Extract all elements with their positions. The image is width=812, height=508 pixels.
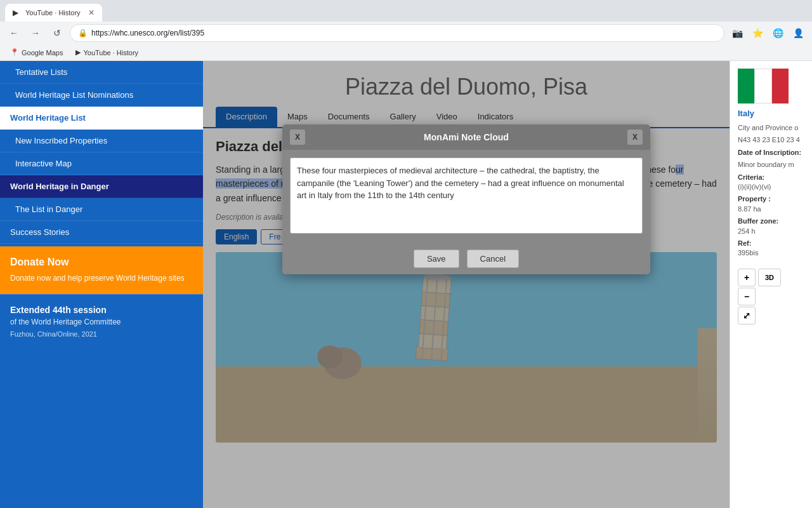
property-label: Property : bbox=[738, 194, 804, 204]
three-d-button[interactable]: 3D bbox=[758, 269, 781, 286]
bookmarks-bar: 📍 Google Maps ▶ YouTube · History bbox=[0, 44, 812, 61]
ref-value: 395bis bbox=[738, 249, 758, 257]
tab-favicon: ▶ bbox=[13, 8, 22, 17]
criteria-row: Criteria: (i)(ii)(iv)(vi) bbox=[738, 173, 804, 192]
expand-button[interactable]: ⤢ bbox=[738, 307, 756, 324]
sidebar-item-nominations[interactable]: World Heritage List Nominations bbox=[0, 84, 203, 107]
country-name[interactable]: Italy bbox=[738, 109, 804, 118]
modal-textarea[interactable] bbox=[290, 157, 643, 234]
modal-box: X MonAmi Note Cloud X Save Cancel bbox=[282, 124, 650, 274]
italy-flag bbox=[738, 69, 789, 104]
coordinates: N43 43 23 E10 23 4 bbox=[738, 135, 804, 145]
bookmark-youtube-label: YouTube · History bbox=[83, 49, 138, 57]
flag-green-stripe bbox=[738, 69, 754, 104]
extended-subtitle: of the World Heritage Committee bbox=[10, 318, 193, 326]
screenshot-button[interactable]: 📷 bbox=[728, 24, 746, 42]
modal-save-button[interactable]: Save bbox=[414, 250, 459, 268]
sidebar-item-new-inscribed[interactable]: New Inscribed Properties bbox=[0, 130, 203, 152]
criteria-label: Criteria: bbox=[738, 173, 804, 182]
url-text: https://whc.unesco.org/en/list/395 bbox=[91, 29, 716, 37]
maps-icon: 📍 bbox=[10, 48, 19, 57]
profile-button[interactable]: 👤 bbox=[789, 24, 807, 42]
extended-location: Fuzhou, China/Online, 2021 bbox=[10, 330, 193, 338]
sidebar-item-interactive-map[interactable]: Interactive Map bbox=[0, 152, 203, 175]
map-controls: + − ⤢ 3D bbox=[738, 269, 804, 324]
back-button[interactable]: ← bbox=[5, 24, 23, 42]
tab-title: YouTube · History bbox=[25, 9, 81, 17]
flag-red-stripe bbox=[772, 69, 789, 104]
criteria-values: (i)(ii)(iv)(vi) bbox=[738, 183, 771, 190]
modal-header: X MonAmi Note Cloud X bbox=[282, 124, 650, 150]
modal-close-right-button[interactable]: X bbox=[627, 130, 643, 145]
bookmark-maps-label: Google Maps bbox=[22, 49, 63, 57]
modal-cancel-button[interactable]: Cancel bbox=[467, 250, 519, 268]
sidebar: Tentative Lists World Heritage List Nomi… bbox=[0, 61, 203, 508]
modal-overlay: X MonAmi Note Cloud X Save Cancel bbox=[203, 61, 730, 508]
right-panel: Italy City and Province o N43 43 23 E10 … bbox=[730, 61, 812, 508]
minor-boundary: Minor boundary m bbox=[738, 160, 804, 170]
property-value: 8.87 ha bbox=[738, 205, 761, 213]
sidebar-item-world-heritage-list[interactable]: World Heritage List bbox=[0, 107, 203, 130]
modal-title: MonAmi Note Cloud bbox=[305, 132, 627, 142]
browser-chrome: ▶ YouTube · History ✕ ← → ↺ 🔒 https://wh… bbox=[0, 0, 812, 44]
donate-box: Donate Now Donate now and help preserve … bbox=[0, 246, 203, 294]
donate-text: Donate now and help preserve World Herit… bbox=[10, 273, 193, 284]
zoom-out-button[interactable]: − bbox=[738, 288, 756, 305]
ref-row: Ref: 395bis bbox=[738, 239, 804, 258]
property-row: Property : 8.87 ha bbox=[738, 194, 804, 214]
active-tab[interactable]: ▶ YouTube · History ✕ bbox=[5, 4, 102, 22]
forward-button[interactable]: → bbox=[27, 24, 44, 42]
extended-title: Extended 44th session bbox=[10, 305, 193, 315]
sidebar-item-success-stories[interactable]: Success Stories bbox=[0, 221, 203, 244]
browser-toolbar: ← → ↺ 🔒 https://whc.unesco.org/en/list/3… bbox=[0, 22, 812, 44]
buffer-label: Buffer zone: bbox=[738, 217, 804, 226]
bookmark-button[interactable]: ⭐ bbox=[749, 24, 766, 42]
flag-white-stripe bbox=[754, 69, 772, 104]
browser-tabs-bar: ▶ YouTube · History ✕ bbox=[0, 0, 812, 22]
tab-close-button[interactable]: ✕ bbox=[88, 8, 95, 17]
address-bar[interactable]: 🔒 https://whc.unesco.org/en/list/395 bbox=[70, 24, 724, 42]
sidebar-item-list-in-danger[interactable]: The List in Danger bbox=[0, 198, 203, 221]
toolbar-icons: 📷 ⭐ 🌐 👤 bbox=[728, 24, 807, 42]
bookmark-google-maps[interactable]: 📍 Google Maps bbox=[5, 47, 68, 58]
zoom-in-button[interactable]: + bbox=[738, 269, 756, 286]
lock-icon: 🔒 bbox=[78, 29, 88, 37]
bookmark-youtube-history[interactable]: ▶ YouTube · History bbox=[70, 47, 143, 58]
buffer-row: Buffer zone: 254 h bbox=[738, 217, 804, 236]
youtube-icon: ▶ bbox=[75, 48, 81, 57]
translate-button[interactable]: 🌐 bbox=[769, 24, 787, 42]
modal-close-left-button[interactable]: X bbox=[290, 130, 305, 145]
modal-footer: Save Cancel bbox=[282, 243, 650, 274]
sidebar-item-danger-header[interactable]: World Heritage in Danger bbox=[0, 175, 203, 198]
main-content: Piazza del Duomo, Pisa Description Maps … bbox=[203, 61, 730, 508]
main-layout: Tentative Lists World Heritage List Nomi… bbox=[0, 61, 812, 508]
sidebar-item-tentative-lists[interactable]: Tentative Lists bbox=[0, 61, 203, 84]
buffer-value: 254 h bbox=[738, 227, 756, 235]
date-inscription: Date of Inscription: bbox=[738, 148, 804, 157]
extended-session-box[interactable]: Extended 44th session of the World Herit… bbox=[0, 294, 203, 348]
modal-body bbox=[282, 150, 650, 243]
reload-button[interactable]: ↺ bbox=[48, 24, 66, 42]
ref-label: Ref: bbox=[738, 239, 804, 248]
city-province: City and Province o bbox=[738, 123, 804, 133]
date-inscription-label: Date of Inscription: bbox=[738, 148, 804, 157]
donate-title: Donate Now bbox=[10, 257, 193, 268]
